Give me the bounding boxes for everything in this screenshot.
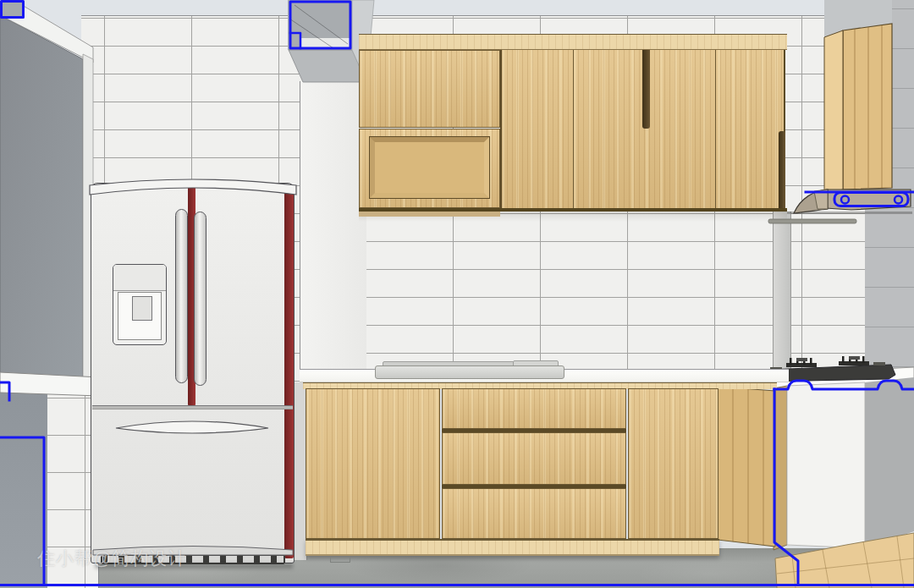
- toe-kick: [306, 539, 719, 556]
- dispenser-top: [113, 265, 166, 291]
- upper-door-run[interactable]: [500, 50, 785, 210]
- duct-box-highlight: [301, 38, 350, 49]
- watermark: 住小帮@简构设计: [37, 547, 186, 570]
- drawer-bottom[interactable]: [442, 488, 626, 539]
- upper-cabinet-top-band: [359, 34, 787, 50]
- recessed-panel: [370, 137, 489, 198]
- door-gap: [573, 50, 574, 210]
- window-glass: [0, 15, 83, 379]
- wall-corner-shadow: [773, 212, 791, 376]
- upper-left-top-door[interactable]: [359, 50, 500, 128]
- upper-cabinet-underside: [359, 212, 500, 217]
- right-counter-unit[interactable]: [774, 377, 914, 550]
- base-cabinet-right-door[interactable]: [628, 388, 719, 539]
- water-dispenser[interactable]: [113, 264, 167, 345]
- base-cabinet-corner-side: [718, 387, 775, 547]
- freezer-divider: [92, 405, 293, 409]
- fridge-right-trim: [284, 188, 294, 558]
- right-wall-gray: [863, 0, 914, 389]
- floor-vent-mark: [330, 557, 350, 563]
- handle-groove[interactable]: [642, 50, 650, 129]
- fridge-handle-left[interactable]: [175, 209, 188, 383]
- door-gap: [715, 50, 716, 210]
- fridge-handle-right[interactable]: [194, 212, 206, 386]
- unit-end-panel: [787, 382, 865, 548]
- drawer-middle[interactable]: [442, 432, 626, 485]
- base-drawer-stack: [442, 388, 626, 539]
- kitchen-rendering: 住小帮@简构设计: [0, 0, 914, 588]
- unit-side-gray: [865, 377, 914, 548]
- handle-groove[interactable]: [779, 131, 785, 210]
- dispenser-paddle: [132, 296, 152, 321]
- base-cabinet-left-door[interactable]: [306, 388, 440, 539]
- sink-unit[interactable]: [375, 365, 564, 379]
- wall-pillar: [300, 81, 366, 376]
- drawer-top[interactable]: [442, 388, 626, 429]
- upper-left-panel-door[interactable]: [359, 129, 500, 208]
- unit-wood-edge: [774, 386, 787, 550]
